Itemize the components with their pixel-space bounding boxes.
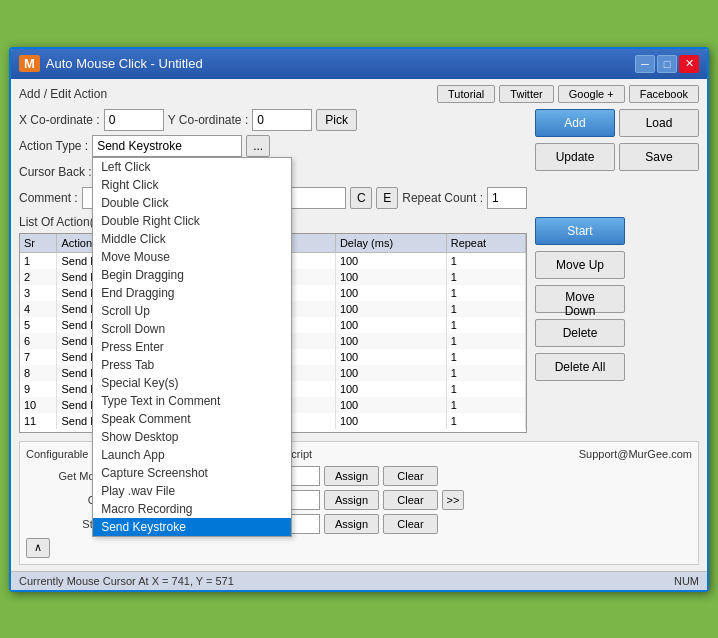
scroll-up-container: ∧ xyxy=(26,538,692,558)
dropdown-item-speak-comment[interactable]: Speak Comment xyxy=(93,410,291,428)
minimize-button[interactable]: ─ xyxy=(635,55,655,73)
cell-delay: 100 xyxy=(335,349,446,365)
facebook-button[interactable]: Facebook xyxy=(629,85,699,103)
dropdown-item-scroll-down[interactable]: Scroll Down xyxy=(93,320,291,338)
cell-sr: 5 xyxy=(20,317,57,333)
dropdown-item-type-text[interactable]: Type Text in Comment xyxy=(93,392,291,410)
col-repeat: Repeat xyxy=(446,234,525,253)
assign-btn-2[interactable]: Assign xyxy=(324,490,379,510)
twitter-button[interactable]: Twitter xyxy=(499,85,553,103)
mouse-position-text: Currently Mouse Cursor At X = 741, Y = 5… xyxy=(19,575,234,587)
dropdown-item-scroll-up[interactable]: Scroll Up xyxy=(93,302,291,320)
x-label: X Co-ordinate : xyxy=(19,113,100,127)
dropdown-item-show-desktop[interactable]: Show Desktop xyxy=(93,428,291,446)
tutorial-button[interactable]: Tutorial xyxy=(437,85,495,103)
cell-repeat: 1 xyxy=(446,333,525,349)
dropdown-item-middle-click[interactable]: Middle Click xyxy=(93,230,291,248)
ellipsis-button[interactable]: ... xyxy=(246,135,270,157)
move-up-button[interactable]: Move Up xyxy=(535,251,625,279)
add-load-row: Add Load xyxy=(535,109,699,137)
cell-sr: 10 xyxy=(20,397,57,413)
pick-button[interactable]: Pick xyxy=(316,109,357,131)
col-sr: Sr xyxy=(20,234,57,253)
dropdown-item-send-keystroke[interactable]: Send Keystroke xyxy=(93,518,291,536)
cursor-back-label: Cursor Back : xyxy=(19,165,92,179)
cell-delay: 100 xyxy=(335,269,446,285)
col-delay: Delay (ms) xyxy=(335,234,446,253)
num-lock-indicator: NUM xyxy=(674,575,699,587)
assign-btn-1[interactable]: Assign xyxy=(324,466,379,486)
y-label: Y Co-ordinate : xyxy=(168,113,249,127)
update-button[interactable]: Update xyxy=(535,143,615,171)
cell-repeat: 1 xyxy=(446,413,525,429)
clear-btn-2[interactable]: Clear xyxy=(383,490,438,510)
dropdown-item-press-enter[interactable]: Press Enter xyxy=(93,338,291,356)
add-edit-label: Add / Edit Action xyxy=(19,87,107,101)
cell-delay: 100 xyxy=(335,252,446,269)
load-button[interactable]: Load xyxy=(619,109,699,137)
cell-sr: 11 xyxy=(20,413,57,429)
action-type-select-container: Send Keystroke Left Click Right Click Do… xyxy=(92,135,242,157)
dropdown-item-left-click[interactable]: Left Click xyxy=(93,158,291,176)
cell-delay: 100 xyxy=(335,381,446,397)
e-button[interactable]: E xyxy=(376,187,398,209)
move-down-button[interactable]: Move Down xyxy=(535,285,625,313)
coordinates-row: X Co-ordinate : Y Co-ordinate : Pick xyxy=(19,109,527,131)
dropdown-item-press-tab[interactable]: Press Tab xyxy=(93,356,291,374)
dropdown-item-capture-screenshot[interactable]: Capture Screenshot xyxy=(93,464,291,482)
chevron-right-button[interactable]: >> xyxy=(442,490,464,510)
c-button[interactable]: C xyxy=(350,187,372,209)
dropdown-item-launch-app[interactable]: Launch App xyxy=(93,446,291,464)
dropdown-item-right-click[interactable]: Right Click xyxy=(93,176,291,194)
x-input[interactable] xyxy=(104,109,164,131)
app-logo: M xyxy=(19,55,40,72)
maximize-button[interactable]: □ xyxy=(657,55,677,73)
clear-btn-3[interactable]: Clear xyxy=(383,514,438,534)
cell-sr: 7 xyxy=(20,349,57,365)
action-type-row: Action Type : Send Keystroke Left Click … xyxy=(19,135,527,157)
window-content: Add / Edit Action Tutorial Twitter Googl… xyxy=(11,79,707,571)
cell-delay: 100 xyxy=(335,365,446,381)
dropdown-menu[interactable]: Left Click Right Click Double Click Doub… xyxy=(92,157,292,537)
start-button[interactable]: Start xyxy=(535,217,625,245)
dropdown-item-special-keys[interactable]: Special Key(s) xyxy=(93,374,291,392)
cell-repeat: 1 xyxy=(446,301,525,317)
delete-button[interactable]: Delete xyxy=(535,319,625,347)
repeat-count-input[interactable] xyxy=(487,187,527,209)
top-nav: Add / Edit Action Tutorial Twitter Googl… xyxy=(19,85,699,103)
add-button[interactable]: Add xyxy=(535,109,615,137)
cell-delay: 100 xyxy=(335,413,446,429)
clear-btn-1[interactable]: Clear xyxy=(383,466,438,486)
right-panel: Add Load Update Save Start Move Up Move … xyxy=(535,109,699,433)
assign-btn-3[interactable]: Assign xyxy=(324,514,379,534)
main-window: M Auto Mouse Click - Untitled ─ □ ✕ Add … xyxy=(9,47,709,592)
main-layout: X Co-ordinate : Y Co-ordinate : Pick Act… xyxy=(19,109,699,433)
y-input[interactable] xyxy=(252,109,312,131)
title-bar: M Auto Mouse Click - Untitled ─ □ ✕ xyxy=(11,49,707,79)
delete-all-button[interactable]: Delete All xyxy=(535,353,625,381)
dropdown-item-macro-recording[interactable]: Macro Recording xyxy=(93,500,291,518)
scroll-up-button[interactable]: ∧ xyxy=(26,538,50,558)
cell-delay: 100 xyxy=(335,317,446,333)
dropdown-item-double-click[interactable]: Double Click xyxy=(93,194,291,212)
dropdown-item-double-right-click[interactable]: Double Right Click xyxy=(93,212,291,230)
cell-sr: 3 xyxy=(20,285,57,301)
repeat-count-label: Repeat Count : xyxy=(402,191,483,205)
google-button[interactable]: Google + xyxy=(558,85,625,103)
dropdown-item-play-wav[interactable]: Play .wav File xyxy=(93,482,291,500)
save-button[interactable]: Save xyxy=(619,143,699,171)
dropdown-item-move-mouse[interactable]: Move Mouse xyxy=(93,248,291,266)
status-bar: Currently Mouse Cursor At X = 741, Y = 5… xyxy=(11,571,707,590)
dropdown-item-begin-dragging[interactable]: Begin Dragging xyxy=(93,266,291,284)
cell-sr: 2 xyxy=(20,269,57,285)
update-save-row: Update Save xyxy=(535,143,699,171)
cell-sr: 8 xyxy=(20,365,57,381)
action-type-select[interactable]: Send Keystroke xyxy=(92,135,242,157)
cell-sr: 4 xyxy=(20,301,57,317)
cell-delay: 100 xyxy=(335,397,446,413)
close-button[interactable]: ✕ xyxy=(679,55,699,73)
cell-repeat: 1 xyxy=(446,252,525,269)
cell-repeat: 1 xyxy=(446,365,525,381)
cell-delay: 100 xyxy=(335,301,446,317)
dropdown-item-end-dragging[interactable]: End Dragging xyxy=(93,284,291,302)
